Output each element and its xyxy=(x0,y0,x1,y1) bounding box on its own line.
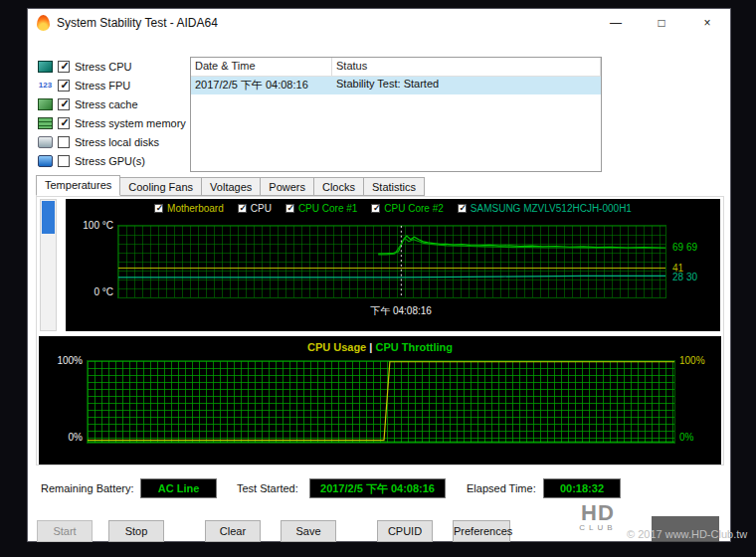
tab-statistics[interactable]: Statistics xyxy=(364,177,425,196)
usage-plot-area xyxy=(87,360,675,444)
log-cell: Stability Test: Started xyxy=(332,77,601,94)
elapsed-time-value: 00:18:32 xyxy=(543,478,621,498)
button-row: StartStopClearSaveCPUIDPreferences xyxy=(28,520,730,542)
temp-legend: MotherboardCPUCPU Core #1CPU Core #2SAMS… xyxy=(66,203,720,214)
usage-chart-title: CPU Usage | CPU Throttling xyxy=(39,341,721,353)
disk-icon xyxy=(38,136,53,148)
log-cell: 2017/2/5 下午 04:08:16 xyxy=(191,77,332,94)
legend-checkbox[interactable] xyxy=(285,204,294,213)
tab-strip: TemperaturesCooling FansVoltagesPowersCl… xyxy=(36,175,425,196)
usage-title-left: CPU Usage xyxy=(307,341,366,353)
stress-option-label: Stress FPU xyxy=(75,80,130,92)
stress-option-stress-cache[interactable]: Stress cache xyxy=(38,94,187,113)
chart-scrollbar-thumb[interactable] xyxy=(42,201,55,234)
legend-checkbox[interactable] xyxy=(371,204,380,213)
battery-label: Remaining Battery: xyxy=(41,478,134,498)
usage-title-separator: | xyxy=(369,341,372,353)
legend-checkbox[interactable] xyxy=(458,204,467,213)
preferences-button[interactable]: Preferences xyxy=(453,520,510,542)
temp-y-max-label: 100 °C xyxy=(70,220,113,231)
usage-y-max-right: 100% xyxy=(679,355,719,366)
checkbox[interactable] xyxy=(58,136,70,148)
title-bar: System Stability Test - AIDA64 — □ × xyxy=(28,9,730,37)
checkbox[interactable] xyxy=(58,98,70,110)
stability-test-window: System Stability Test - AIDA64 — □ × Str… xyxy=(27,8,731,542)
fpu-icon: 123 xyxy=(38,80,53,92)
cpu-icon xyxy=(38,61,53,73)
usage-title-right: CPU Throttling xyxy=(375,341,453,353)
stress-option-stress-system-memory[interactable]: Stress system memory xyxy=(38,113,187,132)
gpu-icon xyxy=(38,155,53,167)
legend-item-cpu-core-1[interactable]: CPU Core #1 xyxy=(285,203,357,214)
close-button[interactable]: × xyxy=(684,9,730,37)
cache-icon xyxy=(38,98,53,110)
temp-current-value: 28 30 xyxy=(672,272,697,282)
log-row[interactable]: 2017/2/5 下午 04:08:16Stability Test: Star… xyxy=(191,77,601,94)
tab-voltages[interactable]: Voltages xyxy=(202,177,261,196)
watermark-logo-club: CLUB xyxy=(573,524,623,532)
stress-option-stress-cpu[interactable]: Stress CPU xyxy=(38,57,187,76)
legend-item-cpu[interactable]: CPU xyxy=(238,203,272,214)
temp-plot-area xyxy=(117,225,666,298)
stop-button[interactable]: Stop xyxy=(108,520,164,542)
legend-item-samsung-mzvlv512hcjh-000h1[interactable]: SAMSUNG MZVLV512HCJH-000H1 xyxy=(458,203,632,214)
legend-checkbox[interactable] xyxy=(238,204,247,213)
window-title: System Stability Test - AIDA64 xyxy=(57,16,218,30)
save-button[interactable]: Save xyxy=(281,520,336,542)
memory-icon xyxy=(38,117,53,129)
stress-option-stress-local-disks[interactable]: Stress local disks xyxy=(38,132,187,151)
checkbox[interactable] xyxy=(58,155,70,167)
minimize-button[interactable]: — xyxy=(593,9,639,37)
stress-option-stress-gpu-s-[interactable]: Stress GPU(s) xyxy=(38,151,187,170)
temp-value-labels: 69 694128 30 xyxy=(670,199,718,331)
tab-powers[interactable]: Powers xyxy=(261,177,314,196)
stress-options: Stress CPU123Stress FPUStress cacheStres… xyxy=(38,57,187,170)
legend-label: CPU xyxy=(251,203,272,214)
stress-option-label: Stress local disks xyxy=(75,136,159,148)
tab-clocks[interactable]: Clocks xyxy=(314,177,364,196)
usage-y-max-left: 100% xyxy=(45,355,83,366)
checkbox[interactable] xyxy=(58,61,70,73)
column-header-date-time[interactable]: Date & Time xyxy=(191,58,332,76)
legend-checkbox[interactable] xyxy=(154,204,163,213)
cpu-usage-chart: CPU Usage | CPU Throttling 100% 0% 100% … xyxy=(39,336,721,464)
stress-option-stress-fpu[interactable]: 123Stress FPU xyxy=(38,76,187,94)
legend-item-motherboard[interactable]: Motherboard xyxy=(154,203,224,214)
elapsed-time-label: Elapsed Time: xyxy=(467,478,536,498)
stress-option-label: Stress cache xyxy=(75,98,138,110)
legend-label: CPU Core #2 xyxy=(384,203,443,214)
start-button[interactable]: Start xyxy=(37,520,93,542)
checkbox[interactable] xyxy=(58,117,70,129)
log-table-header: Date & TimeStatus xyxy=(191,58,601,77)
temp-y-min-label: 0 °C xyxy=(70,286,113,297)
maximize-button[interactable]: □ xyxy=(639,9,684,37)
stress-option-label: Stress CPU xyxy=(75,61,131,73)
checkbox[interactable] xyxy=(58,80,70,92)
usage-y-min-left: 0% xyxy=(45,432,83,443)
temp-current-value: 69 69 xyxy=(672,242,697,253)
battery-value: AC Line xyxy=(140,478,217,498)
app-flame-icon xyxy=(37,15,50,31)
tab-temperatures[interactable]: Temperatures xyxy=(36,175,120,196)
status-row: Remaining Battery: AC Line Test Started:… xyxy=(28,478,730,498)
clear-button[interactable]: Clear xyxy=(205,520,261,542)
chart-scrollbar[interactable] xyxy=(40,199,57,331)
legend-label: Motherboard xyxy=(167,203,224,214)
tab-cooling-fans[interactable]: Cooling Fans xyxy=(120,177,202,196)
watermark-logo: HD CLUB xyxy=(573,502,623,532)
legend-label: CPU Core #1 xyxy=(298,203,357,214)
legend-item-cpu-core-2[interactable]: CPU Core #2 xyxy=(371,203,443,214)
log-table: Date & TimeStatus 2017/2/5 下午 04:08:16St… xyxy=(190,57,602,172)
watermark-text: © 2017 www.HD-Club.tw xyxy=(627,528,747,540)
temperature-chart: MotherboardCPUCPU Core #1CPU Core #2SAMS… xyxy=(66,199,720,331)
cpuid-button[interactable]: CPUID xyxy=(377,520,433,542)
watermark-logo-hd: HD xyxy=(573,502,623,524)
test-started-label: Test Started: xyxy=(237,478,298,498)
test-started-value: 2017/2/5 下午 04:08:16 xyxy=(309,478,446,498)
temp-x-label: 下午 04:08:16 xyxy=(351,304,451,318)
usage-series-svg xyxy=(88,361,674,443)
window-controls: — □ × xyxy=(593,9,730,37)
legend-label: SAMSUNG MZVLV512HCJH-000H1 xyxy=(471,203,632,214)
log-table-body: 2017/2/5 下午 04:08:16Stability Test: Star… xyxy=(191,77,601,94)
column-header-status[interactable]: Status xyxy=(332,58,601,76)
